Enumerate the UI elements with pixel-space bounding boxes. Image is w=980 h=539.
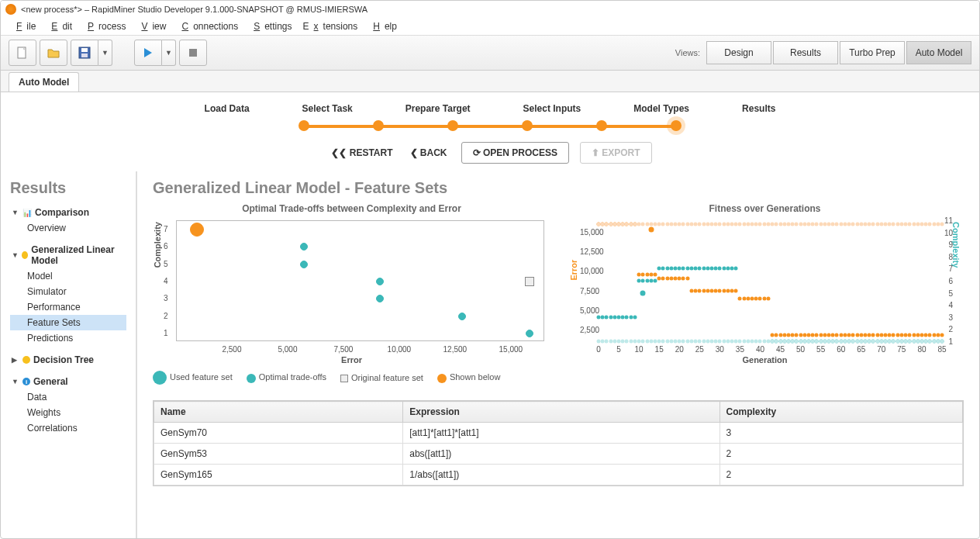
menu-extensions[interactable]: Extensions xyxy=(298,19,363,33)
chart-legend: Used feature set Optimal trade-offs Orig… xyxy=(153,371,550,385)
menu-process[interactable]: Process xyxy=(78,19,130,33)
sidebar-title: Results xyxy=(10,179,126,197)
menu-file[interactable]: File xyxy=(7,19,40,33)
table-row[interactable]: GenSym1651/abs([att1])2 xyxy=(154,465,963,485)
svg-rect-4 xyxy=(189,49,197,57)
chart-point xyxy=(458,313,466,320)
view-results[interactable]: Results xyxy=(773,41,838,64)
tree-simulator[interactable]: Simulator xyxy=(10,284,126,299)
toolbar: ▼ ▼ Views: Design Results Turbo Prep Aut… xyxy=(1,35,979,71)
tree-feature-sets[interactable]: Feature Sets xyxy=(10,315,126,330)
chart-point xyxy=(685,277,689,281)
bulb-icon xyxy=(22,251,28,259)
open-file-button[interactable] xyxy=(40,40,67,66)
view-design[interactable]: Design xyxy=(706,41,771,64)
main-panel: Generalized Linear Model - Feature Sets … xyxy=(137,171,979,539)
chart-point xyxy=(653,273,657,277)
chart-point xyxy=(940,340,944,344)
wizard-progress-line xyxy=(304,119,676,133)
col-name[interactable]: Name xyxy=(154,402,403,423)
restart-button[interactable]: ❮❮ RESTART xyxy=(328,143,395,163)
tree-predictions[interactable]: Predictions xyxy=(10,330,126,346)
chart-point xyxy=(525,277,534,286)
tabstrip: Auto Model xyxy=(1,71,979,92)
app-icon xyxy=(5,4,16,15)
chart-point xyxy=(766,296,770,300)
chart-point xyxy=(734,267,738,271)
step-prepare-target[interactable]: Prepare Target xyxy=(405,103,471,114)
menu-view[interactable]: View xyxy=(132,19,171,33)
tree-data[interactable]: Data xyxy=(10,389,126,405)
tree-general[interactable]: ▼iGeneral xyxy=(10,374,126,389)
titlebar: <new process*> – RapidMiner Studio Devel… xyxy=(1,1,979,18)
chart-point xyxy=(653,279,657,283)
chart-point xyxy=(300,261,308,268)
run-dropdown[interactable]: ▼ xyxy=(162,40,176,66)
menu-edit[interactable]: Edit xyxy=(42,19,77,33)
chart-fitness: Fitness over Generations Error Complexit… xyxy=(566,203,964,385)
col-expression[interactable]: Expression xyxy=(403,402,719,423)
page-title: Generalized Linear Model - Feature Sets xyxy=(153,179,964,197)
tree-correlations[interactable]: Correlations xyxy=(10,420,126,436)
svg-rect-3 xyxy=(81,54,88,57)
step-select-task[interactable]: Select Task xyxy=(302,103,353,114)
menu-settings[interactable]: Settings xyxy=(244,19,296,33)
chart-point xyxy=(734,289,738,292)
wizard: Load Data Select Task Prepare Target Sel… xyxy=(1,92,979,171)
chart-point xyxy=(376,295,384,302)
chart-point xyxy=(940,333,944,337)
tree-weights[interactable]: Weights xyxy=(10,405,126,420)
views-label: Views: xyxy=(675,48,700,57)
col-complexity[interactable]: Complexity xyxy=(719,402,963,423)
chart-point xyxy=(633,315,637,319)
sidebar: Results ▼📊Comparison Overview ▼Generaliz… xyxy=(1,171,137,539)
step-select-inputs[interactable]: Select Inputs xyxy=(523,103,581,114)
feature-set-table: Name Expression Complexity GenSym70[att1… xyxy=(153,400,964,486)
back-button[interactable]: ❮ BACK xyxy=(407,143,450,163)
step-load-data[interactable]: Load Data xyxy=(205,103,250,114)
tree-performance[interactable]: Performance xyxy=(10,299,126,315)
chart-tradeoffs: Optimal Trade-offs between Complexity an… xyxy=(153,203,550,385)
bulb-icon xyxy=(22,356,30,364)
stop-button[interactable] xyxy=(179,40,207,66)
table-row[interactable]: GenSym70[att1]*[att1]*[att1]3 xyxy=(154,423,963,444)
menu-help[interactable]: Help xyxy=(364,19,402,33)
export-button: ⬆ EXPORT xyxy=(580,142,652,164)
chart-point xyxy=(940,223,944,226)
chart-point xyxy=(648,227,654,233)
tree-overview[interactable]: Overview xyxy=(10,220,126,236)
save-button[interactable] xyxy=(71,40,98,66)
chart-point xyxy=(640,290,646,295)
chart-point xyxy=(376,278,384,285)
table-row[interactable]: GenSym53abs([att1])2 xyxy=(154,444,963,465)
chart-point xyxy=(190,223,204,237)
chart-point xyxy=(526,330,533,337)
save-dropdown[interactable]: ▼ xyxy=(98,40,112,66)
chart-point xyxy=(300,243,308,250)
window-title: <new process*> – RapidMiner Studio Devel… xyxy=(21,5,368,14)
open-process-button[interactable]: ⟳ OPEN PROCESS xyxy=(461,142,569,164)
view-turbo-prep[interactable]: Turbo Prep xyxy=(840,41,905,64)
svg-rect-2 xyxy=(81,48,88,52)
info-icon: i xyxy=(22,378,30,385)
new-file-button[interactable] xyxy=(9,40,36,66)
tree-model[interactable]: Model xyxy=(10,268,126,284)
menubar: File Edit Process View Connections Setti… xyxy=(1,18,979,35)
tab-auto-model[interactable]: Auto Model xyxy=(9,72,79,92)
tree-decision-tree[interactable]: ▶Decision Tree xyxy=(10,352,126,368)
menu-connections[interactable]: Connections xyxy=(172,19,243,33)
tree-glm[interactable]: ▼Generalized Linear Model xyxy=(10,242,126,268)
step-model-types[interactable]: Model Types xyxy=(633,103,689,114)
run-button[interactable] xyxy=(134,40,162,66)
tree-comparison[interactable]: ▼📊Comparison xyxy=(10,205,126,220)
view-auto-model[interactable]: Auto Model xyxy=(906,41,971,64)
step-results[interactable]: Results xyxy=(742,103,775,114)
